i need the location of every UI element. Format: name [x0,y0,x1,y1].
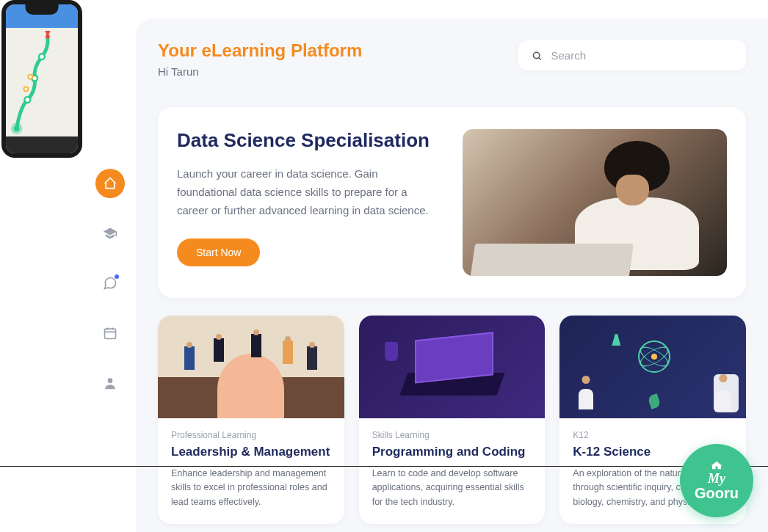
nav-calendar[interactable] [95,318,125,348]
svg-point-6 [28,75,32,79]
hero-title: Data Science Specialisation [177,129,441,152]
baseline-divider [0,466,768,467]
svg-point-1 [14,125,20,131]
svg-point-10 [533,52,539,58]
search-icon [532,50,542,62]
card-category: Skills Learning [372,430,532,440]
user-icon [103,376,117,390]
course-card-programming[interactable]: Skills Learning Programming and Coding L… [359,316,546,524]
hero-card: Data Science Specialisation Launch your … [158,107,746,298]
page-title: Your eLearning Platform [158,40,362,61]
hero-image [463,129,727,276]
card-image [359,316,546,418]
card-description: Learn to code and develop software appli… [372,467,532,509]
svg-point-2 [24,97,30,103]
mygooru-badge[interactable]: My Gooru [680,444,753,517]
start-now-button[interactable]: Start Now [177,238,260,266]
phone-mockup [1,0,82,158]
badge-line2: Gooru [695,485,739,501]
svg-point-5 [23,87,28,91]
notification-dot [115,274,119,279]
greeting-text: Hi Tarun [158,65,362,78]
graduation-cap-icon [103,226,117,241]
hero-description: Launch your career in data science. Gain… [177,165,441,219]
course-cards-row: Professional Learning Leadership & Manag… [158,316,746,524]
search-input[interactable] [551,49,733,62]
nav-education[interactable] [95,219,125,248]
search-box[interactable] [518,40,746,70]
card-image [158,316,344,418]
card-category: K12 [573,430,733,440]
badge-line1: My [708,472,725,485]
sidebar-nav [84,169,136,398]
nav-chat[interactable] [95,269,125,298]
svg-point-7 [46,34,50,39]
card-title: Programming and Coding [372,445,532,459]
card-category: Professional Learning [171,430,331,440]
nav-profile[interactable] [95,368,125,398]
home-icon [103,176,117,191]
card-image [559,316,746,418]
card-description: Enhance leadership and management skills… [171,467,331,509]
svg-point-9 [108,378,113,383]
course-card-leadership[interactable]: Professional Learning Leadership & Manag… [158,316,344,524]
calendar-icon [103,326,117,340]
phone-footer [6,136,78,154]
house-icon [710,460,723,470]
phone-notch [26,4,59,15]
phone-map [6,28,78,136]
card-title: Leadership & Management [171,445,331,459]
main-panel: Your eLearning Platform Hi Tarun Data Sc… [136,18,768,532]
nav-home[interactable] [95,169,125,198]
svg-rect-8 [105,329,116,338]
svg-point-4 [39,54,45,59]
